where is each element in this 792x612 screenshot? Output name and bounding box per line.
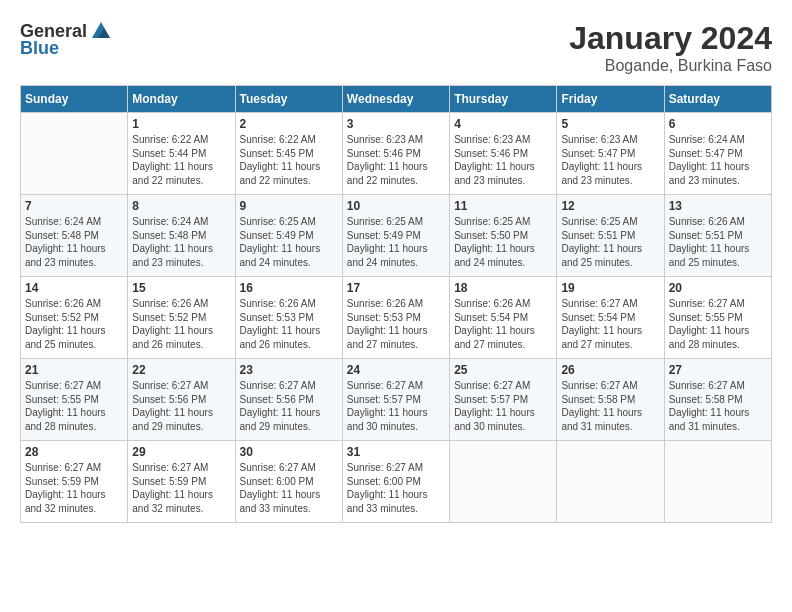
day-info: Sunrise: 6:27 AM Sunset: 5:54 PM Dayligh… — [561, 297, 659, 351]
calendar-cell: 29Sunrise: 6:27 AM Sunset: 5:59 PM Dayli… — [128, 441, 235, 523]
calendar-cell — [21, 113, 128, 195]
calendar-cell — [557, 441, 664, 523]
calendar-subtitle: Bogande, Burkina Faso — [569, 57, 772, 75]
calendar-cell: 19Sunrise: 6:27 AM Sunset: 5:54 PM Dayli… — [557, 277, 664, 359]
calendar-cell: 20Sunrise: 6:27 AM Sunset: 5:55 PM Dayli… — [664, 277, 771, 359]
calendar-table: SundayMondayTuesdayWednesdayThursdayFrid… — [20, 85, 772, 523]
day-info: Sunrise: 6:26 AM Sunset: 5:51 PM Dayligh… — [669, 215, 767, 269]
calendar-cell: 25Sunrise: 6:27 AM Sunset: 5:57 PM Dayli… — [450, 359, 557, 441]
calendar-cell: 26Sunrise: 6:27 AM Sunset: 5:58 PM Dayli… — [557, 359, 664, 441]
calendar-page: General Blue January 2024 Bogande, Burki… — [0, 0, 792, 612]
day-number: 26 — [561, 363, 659, 377]
calendar-cell — [450, 441, 557, 523]
day-info: Sunrise: 6:22 AM Sunset: 5:44 PM Dayligh… — [132, 133, 230, 187]
day-info: Sunrise: 6:27 AM Sunset: 6:00 PM Dayligh… — [240, 461, 338, 515]
day-number: 1 — [132, 117, 230, 131]
day-info: Sunrise: 6:26 AM Sunset: 5:52 PM Dayligh… — [132, 297, 230, 351]
day-info: Sunrise: 6:23 AM Sunset: 5:46 PM Dayligh… — [347, 133, 445, 187]
calendar-cell: 10Sunrise: 6:25 AM Sunset: 5:49 PM Dayli… — [342, 195, 449, 277]
day-number: 14 — [25, 281, 123, 295]
day-number: 27 — [669, 363, 767, 377]
day-info: Sunrise: 6:25 AM Sunset: 5:49 PM Dayligh… — [347, 215, 445, 269]
weekday-header: Wednesday — [342, 86, 449, 113]
calendar-cell: 15Sunrise: 6:26 AM Sunset: 5:52 PM Dayli… — [128, 277, 235, 359]
calendar-cell: 31Sunrise: 6:27 AM Sunset: 6:00 PM Dayli… — [342, 441, 449, 523]
day-number: 12 — [561, 199, 659, 213]
weekday-header: Saturday — [664, 86, 771, 113]
day-info: Sunrise: 6:27 AM Sunset: 5:59 PM Dayligh… — [25, 461, 123, 515]
calendar-cell: 9Sunrise: 6:25 AM Sunset: 5:49 PM Daylig… — [235, 195, 342, 277]
title-section: January 2024 Bogande, Burkina Faso — [569, 20, 772, 75]
day-number: 21 — [25, 363, 123, 377]
day-number: 16 — [240, 281, 338, 295]
weekday-header: Monday — [128, 86, 235, 113]
day-number: 20 — [669, 281, 767, 295]
day-info: Sunrise: 6:27 AM Sunset: 5:58 PM Dayligh… — [669, 379, 767, 433]
day-info: Sunrise: 6:26 AM Sunset: 5:53 PM Dayligh… — [347, 297, 445, 351]
day-info: Sunrise: 6:26 AM Sunset: 5:52 PM Dayligh… — [25, 297, 123, 351]
day-info: Sunrise: 6:23 AM Sunset: 5:46 PM Dayligh… — [454, 133, 552, 187]
day-number: 8 — [132, 199, 230, 213]
calendar-cell: 16Sunrise: 6:26 AM Sunset: 5:53 PM Dayli… — [235, 277, 342, 359]
day-number: 23 — [240, 363, 338, 377]
calendar-week-row: 28Sunrise: 6:27 AM Sunset: 5:59 PM Dayli… — [21, 441, 772, 523]
calendar-cell: 6Sunrise: 6:24 AM Sunset: 5:47 PM Daylig… — [664, 113, 771, 195]
weekday-header: Thursday — [450, 86, 557, 113]
calendar-cell: 21Sunrise: 6:27 AM Sunset: 5:55 PM Dayli… — [21, 359, 128, 441]
day-number: 15 — [132, 281, 230, 295]
day-number: 4 — [454, 117, 552, 131]
logo-blue: Blue — [20, 38, 59, 59]
logo-icon — [90, 20, 112, 42]
day-number: 22 — [132, 363, 230, 377]
calendar-cell: 4Sunrise: 6:23 AM Sunset: 5:46 PM Daylig… — [450, 113, 557, 195]
day-number: 25 — [454, 363, 552, 377]
calendar-week-row: 21Sunrise: 6:27 AM Sunset: 5:55 PM Dayli… — [21, 359, 772, 441]
calendar-cell: 3Sunrise: 6:23 AM Sunset: 5:46 PM Daylig… — [342, 113, 449, 195]
weekday-header: Friday — [557, 86, 664, 113]
calendar-cell: 12Sunrise: 6:25 AM Sunset: 5:51 PM Dayli… — [557, 195, 664, 277]
calendar-cell: 11Sunrise: 6:25 AM Sunset: 5:50 PM Dayli… — [450, 195, 557, 277]
calendar-week-row: 7Sunrise: 6:24 AM Sunset: 5:48 PM Daylig… — [21, 195, 772, 277]
day-number: 3 — [347, 117, 445, 131]
calendar-cell: 2Sunrise: 6:22 AM Sunset: 5:45 PM Daylig… — [235, 113, 342, 195]
calendar-cell — [664, 441, 771, 523]
calendar-cell: 18Sunrise: 6:26 AM Sunset: 5:54 PM Dayli… — [450, 277, 557, 359]
day-number: 6 — [669, 117, 767, 131]
day-number: 30 — [240, 445, 338, 459]
weekday-header: Sunday — [21, 86, 128, 113]
calendar-cell: 13Sunrise: 6:26 AM Sunset: 5:51 PM Dayli… — [664, 195, 771, 277]
day-info: Sunrise: 6:24 AM Sunset: 5:48 PM Dayligh… — [132, 215, 230, 269]
calendar-cell: 27Sunrise: 6:27 AM Sunset: 5:58 PM Dayli… — [664, 359, 771, 441]
day-number: 19 — [561, 281, 659, 295]
day-info: Sunrise: 6:27 AM Sunset: 5:56 PM Dayligh… — [132, 379, 230, 433]
calendar-title: January 2024 — [569, 20, 772, 57]
weekday-header: Tuesday — [235, 86, 342, 113]
day-number: 7 — [25, 199, 123, 213]
day-info: Sunrise: 6:25 AM Sunset: 5:49 PM Dayligh… — [240, 215, 338, 269]
calendar-header-row: SundayMondayTuesdayWednesdayThursdayFrid… — [21, 86, 772, 113]
calendar-cell: 24Sunrise: 6:27 AM Sunset: 5:57 PM Dayli… — [342, 359, 449, 441]
day-info: Sunrise: 6:24 AM Sunset: 5:48 PM Dayligh… — [25, 215, 123, 269]
day-info: Sunrise: 6:27 AM Sunset: 5:55 PM Dayligh… — [669, 297, 767, 351]
day-number: 17 — [347, 281, 445, 295]
calendar-week-row: 1Sunrise: 6:22 AM Sunset: 5:44 PM Daylig… — [21, 113, 772, 195]
day-info: Sunrise: 6:27 AM Sunset: 6:00 PM Dayligh… — [347, 461, 445, 515]
day-info: Sunrise: 6:25 AM Sunset: 5:50 PM Dayligh… — [454, 215, 552, 269]
day-info: Sunrise: 6:26 AM Sunset: 5:54 PM Dayligh… — [454, 297, 552, 351]
day-number: 18 — [454, 281, 552, 295]
day-number: 10 — [347, 199, 445, 213]
day-info: Sunrise: 6:26 AM Sunset: 5:53 PM Dayligh… — [240, 297, 338, 351]
calendar-cell: 22Sunrise: 6:27 AM Sunset: 5:56 PM Dayli… — [128, 359, 235, 441]
day-number: 13 — [669, 199, 767, 213]
day-info: Sunrise: 6:24 AM Sunset: 5:47 PM Dayligh… — [669, 133, 767, 187]
day-info: Sunrise: 6:27 AM Sunset: 5:58 PM Dayligh… — [561, 379, 659, 433]
calendar-cell: 8Sunrise: 6:24 AM Sunset: 5:48 PM Daylig… — [128, 195, 235, 277]
logo: General Blue — [20, 20, 113, 59]
calendar-cell: 28Sunrise: 6:27 AM Sunset: 5:59 PM Dayli… — [21, 441, 128, 523]
day-info: Sunrise: 6:25 AM Sunset: 5:51 PM Dayligh… — [561, 215, 659, 269]
calendar-cell: 1Sunrise: 6:22 AM Sunset: 5:44 PM Daylig… — [128, 113, 235, 195]
calendar-cell: 5Sunrise: 6:23 AM Sunset: 5:47 PM Daylig… — [557, 113, 664, 195]
day-info: Sunrise: 6:22 AM Sunset: 5:45 PM Dayligh… — [240, 133, 338, 187]
day-number: 29 — [132, 445, 230, 459]
day-info: Sunrise: 6:27 AM Sunset: 5:55 PM Dayligh… — [25, 379, 123, 433]
